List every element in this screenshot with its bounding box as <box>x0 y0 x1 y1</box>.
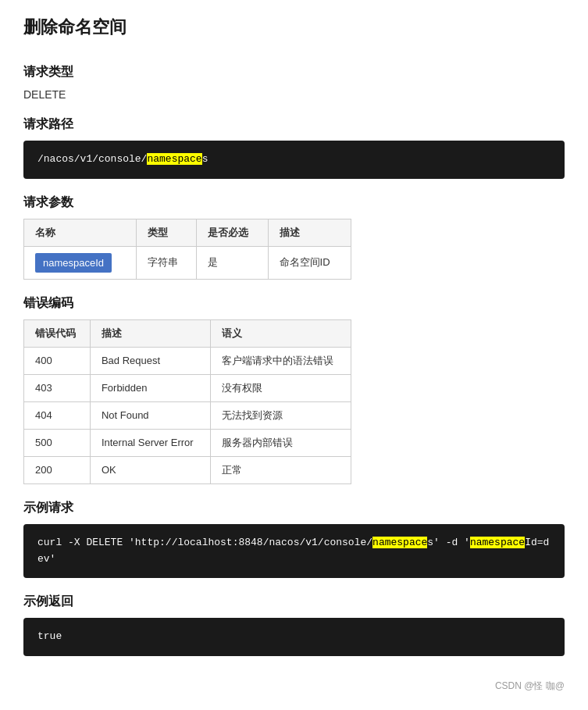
param-required-cell: 是 <box>196 246 268 279</box>
params-col-desc: 描述 <box>268 219 351 246</box>
error-meaning-cell: 无法找到资源 <box>210 401 351 429</box>
request-path-section: 请求路径 /nacos/v1/console/namespaces <box>23 116 565 179</box>
error-code-cell: 404 <box>24 401 91 429</box>
error-col-code: 错误代码 <box>24 319 91 347</box>
table-row: 403Forbidden没有权限 <box>24 374 351 401</box>
request-type-section: 请求类型 DELETE <box>23 64 565 101</box>
table-row: 200OK正常 <box>24 456 351 483</box>
error-meaning-cell: 没有权限 <box>210 374 351 401</box>
param-name-value: namespaceId <box>35 253 112 273</box>
params-table: 名称 类型 是否必选 描述 namespaceId 字符串 是 命名空间ID <box>23 219 351 280</box>
example-request-label: 示例请求 <box>23 500 565 516</box>
table-row: 500Internal Server Error服务器内部错误 <box>24 429 351 456</box>
request-params-label: 请求参数 <box>23 194 565 211</box>
error-table-header-row: 错误代码 描述 语义 <box>24 319 351 347</box>
params-col-name: 名称 <box>24 219 137 246</box>
error-desc-cell: Forbidden <box>90 374 210 401</box>
error-col-desc: 描述 <box>90 319 210 347</box>
error-desc-cell: Bad Request <box>90 347 210 374</box>
example-response-code: true <box>23 618 565 656</box>
error-code-cell: 400 <box>24 347 91 374</box>
path-suffix: s <box>202 153 208 165</box>
example-response-value: true <box>37 630 62 642</box>
param-name-cell: namespaceId <box>24 246 137 279</box>
example-response-section: 示例返回 true <box>23 594 565 656</box>
request-type-label: 请求类型 <box>23 64 565 80</box>
example-prefix: curl -X DELETE 'http://localhost:8848/na… <box>37 537 372 548</box>
error-col-meaning: 语义 <box>210 319 351 347</box>
params-col-type: 类型 <box>136 219 196 246</box>
params-col-required: 是否必选 <box>196 219 268 246</box>
request-path-label: 请求路径 <box>23 116 565 133</box>
example-response-label: 示例返回 <box>23 594 565 610</box>
example-highlight1: namespace <box>372 537 427 548</box>
example-request-code: curl -X DELETE 'http://localhost:8848/na… <box>23 524 565 579</box>
error-codes-section: 错误编码 错误代码 描述 语义 400Bad Request客户端请求中的语法错… <box>23 295 565 484</box>
error-meaning-cell: 客户端请求中的语法错误 <box>210 347 351 374</box>
param-desc-cell: 命名空间ID <box>268 246 351 279</box>
error-codes-label: 错误编码 <box>23 295 565 312</box>
error-code-cell: 403 <box>24 374 91 401</box>
param-type-cell: 字符串 <box>136 246 196 279</box>
table-row: 404Not Found无法找到资源 <box>24 401 351 429</box>
request-params-section: 请求参数 名称 类型 是否必选 描述 namespaceId 字符串 是 命名空… <box>23 194 565 280</box>
page-title: 删除命名空间 <box>23 16 565 45</box>
path-prefix: /nacos/v1/console/ <box>37 153 147 165</box>
request-path-code: /nacos/v1/console/namespaces <box>23 141 565 179</box>
footer: CSDN @怪 咖@ <box>23 680 565 693</box>
path-highlight: namespace <box>147 153 201 165</box>
example-middle: s' -d ' <box>427 537 470 548</box>
error-desc-cell: OK <box>90 456 210 483</box>
error-meaning-cell: 服务器内部错误 <box>210 429 351 456</box>
example-highlight2: namespace <box>470 537 525 548</box>
request-type-value: DELETE <box>23 88 565 101</box>
table-row: namespaceId 字符串 是 命名空间ID <box>24 246 351 279</box>
error-code-cell: 200 <box>24 456 91 483</box>
table-row: 400Bad Request客户端请求中的语法错误 <box>24 347 351 374</box>
error-desc-cell: Internal Server Error <box>90 429 210 456</box>
params-table-header-row: 名称 类型 是否必选 描述 <box>24 219 351 246</box>
error-codes-table: 错误代码 描述 语义 400Bad Request客户端请求中的语法错误403F… <box>23 319 351 484</box>
example-request-section: 示例请求 curl -X DELETE 'http://localhost:88… <box>23 500 565 579</box>
error-desc-cell: Not Found <box>90 401 210 429</box>
footer-text: CSDN @怪 咖@ <box>495 680 565 691</box>
error-meaning-cell: 正常 <box>210 456 351 483</box>
error-code-cell: 500 <box>24 429 91 456</box>
